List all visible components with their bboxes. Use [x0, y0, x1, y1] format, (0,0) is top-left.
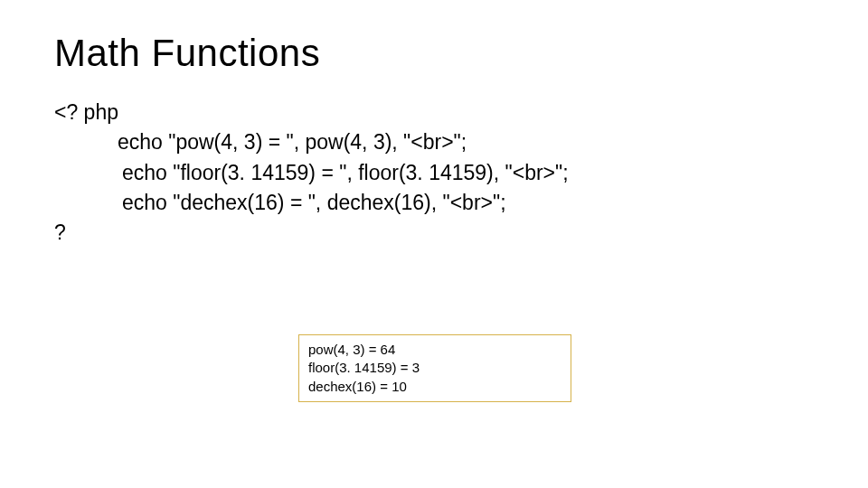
output-line-1: pow(4, 3) = 64 — [308, 341, 561, 359]
slide: Math Functions <? php echo "pow(4, 3) = … — [0, 0, 868, 488]
code-line-close: ? — [54, 218, 814, 248]
code-line-2: echo "floor(3. 14159) = ", floor(3. 1415… — [122, 158, 814, 188]
code-block: <? php echo "pow(4, 3) = ", pow(4, 3), "… — [54, 98, 814, 249]
output-line-2: floor(3. 14159) = 3 — [308, 359, 561, 377]
slide-title: Math Functions — [54, 32, 814, 75]
code-line-1: echo "pow(4, 3) = ", pow(4, 3), "<br>"; — [118, 127, 814, 157]
output-box: pow(4, 3) = 64 floor(3. 14159) = 3 deche… — [298, 334, 571, 402]
code-line-open: <? php — [54, 98, 814, 127]
output-line-3: dechex(16) = 10 — [308, 378, 561, 396]
code-line-3: echo "dechex(16) = ", dechex(16), "<br>"… — [122, 188, 814, 218]
